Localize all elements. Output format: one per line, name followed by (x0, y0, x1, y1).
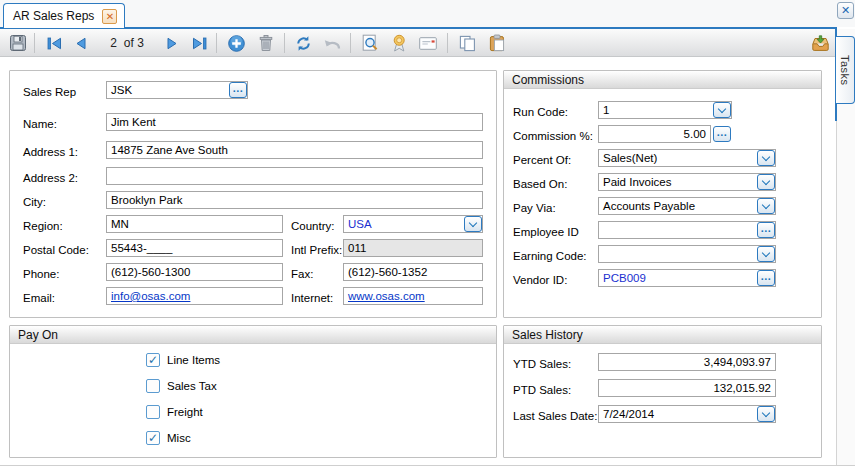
vendor-id-lookup-button[interactable]: ... (757, 270, 775, 286)
last-sales-date-dropdown-button[interactable] (757, 406, 775, 422)
inbox-import-icon (811, 35, 830, 52)
undo-icon (323, 36, 341, 51)
email-value[interactable]: info@osas.com (107, 288, 282, 304)
region-field[interactable]: MN (106, 215, 283, 233)
last-sales-date-value: 7/24/2014 (599, 406, 775, 422)
percent-of-value: Sales(Net) (599, 150, 775, 166)
add-icon (227, 34, 246, 53)
commission-pct-field[interactable]: 5.00 (598, 125, 711, 143)
preview-button[interactable] (358, 32, 382, 54)
run-code-label: Run Code: (513, 103, 568, 121)
line-items-checkbox[interactable]: ✓ (146, 353, 160, 367)
percent-of-dropdown-button[interactable] (757, 150, 775, 166)
vendor-id-field[interactable]: PCB009 ... (598, 269, 776, 287)
misc-checkbox[interactable]: ✓ (146, 431, 160, 445)
ptd-sales-value: 132,015.92 (599, 380, 775, 396)
refresh-button[interactable] (291, 32, 315, 54)
ptd-sales-label: PTD Sales: (513, 381, 571, 399)
sales-history-header: Sales History (504, 326, 821, 344)
delete-record-button[interactable] (254, 32, 278, 54)
percent-of-label: Percent Of: (513, 151, 571, 169)
commission-pct-label: Commission %: (513, 127, 593, 145)
trash-icon (258, 34, 274, 52)
city-field[interactable]: Brooklyn Park (106, 191, 483, 209)
earning-code-combobox[interactable] (598, 245, 776, 263)
employee-id-field[interactable]: ... (598, 221, 776, 239)
envelope-icon (419, 37, 437, 50)
employee-id-lookup-button[interactable]: ... (757, 222, 775, 238)
commission-pct-value: 5.00 (599, 126, 710, 142)
sales-rep-lookup-button[interactable]: ... (229, 82, 247, 98)
document-search-icon (362, 34, 378, 52)
internet-field[interactable]: www.osas.com (343, 287, 483, 305)
earning-code-dropdown-button[interactable] (757, 246, 775, 262)
last-record-icon (191, 36, 208, 51)
percent-of-combobox[interactable]: Sales(Net) (598, 149, 776, 167)
pay-via-dropdown-button[interactable] (757, 198, 775, 214)
commission-pct-lookup-button[interactable]: ... (713, 126, 731, 142)
previous-record-icon (73, 36, 88, 51)
sales-rep-field[interactable]: JSK ... (106, 81, 248, 99)
address1-field[interactable]: 14875 Zane Ave South (106, 141, 483, 159)
country-label: Country: (291, 217, 334, 235)
employee-id-value (599, 222, 775, 223)
freight-label: Freight (167, 406, 203, 418)
country-dropdown-button[interactable] (464, 216, 482, 232)
add-record-button[interactable] (224, 32, 248, 54)
commissions-header: Commissions (504, 71, 821, 89)
save-button[interactable] (6, 32, 30, 54)
previous-record-button[interactable] (68, 32, 92, 54)
toolbar-separator (34, 33, 35, 53)
last-sales-date-combobox[interactable]: 7/24/2014 (598, 405, 776, 423)
misc-row: ✓ Misc (146, 431, 191, 445)
strip-divider (836, 121, 837, 466)
based-on-dropdown-button[interactable] (757, 174, 775, 190)
based-on-combobox[interactable]: Paid Invoices (598, 173, 776, 191)
tab-close-icon[interactable]: ✕ (102, 9, 117, 24)
address2-field[interactable] (106, 167, 483, 185)
internet-value[interactable]: www.osas.com (344, 288, 482, 304)
ytd-sales-field[interactable]: 3,494,093.97 (598, 353, 776, 371)
country-value: USA (344, 216, 482, 232)
email-button[interactable] (416, 32, 440, 54)
fax-field[interactable]: (612)-560-1352 (343, 263, 483, 281)
name-field[interactable]: Jim Kent (106, 113, 483, 131)
window-close-button[interactable]: ✕ (837, 2, 854, 19)
intl-prefix-field: 011 (343, 239, 483, 257)
app-window: AR Sales Reps ✕ ✕ 2 (0, 0, 855, 466)
pay-via-combobox[interactable]: Accounts Payable (598, 197, 776, 215)
next-record-button[interactable] (160, 32, 184, 54)
record-total: of 3 (124, 36, 144, 50)
approval-seal-button[interactable] (387, 32, 411, 54)
save-icon (9, 34, 27, 52)
tasks-tab-label: Tasks (839, 55, 851, 86)
freight-checkbox[interactable]: ✓ (146, 405, 160, 419)
postal-code-field[interactable]: 55443-____ (106, 239, 283, 257)
tab-ar-sales-reps[interactable]: AR Sales Reps ✕ (3, 3, 125, 28)
run-code-dropdown-button[interactable] (713, 102, 731, 118)
phone-field[interactable]: (612)-560-1300 (106, 263, 283, 281)
toolbar: 2 of 3 (0, 29, 837, 57)
seal-ribbon-icon (392, 34, 407, 52)
chevron-down-icon (469, 218, 477, 226)
tasks-tab[interactable]: Tasks (836, 36, 855, 104)
commissions-groupbox: Commissions Run Code: 1 Commission %: 5.… (503, 70, 822, 318)
first-record-button[interactable] (42, 32, 66, 54)
copy-button[interactable] (455, 32, 479, 54)
fax-value: (612)-560-1352 (344, 264, 482, 280)
postal-code-label: Postal Code: (23, 241, 89, 259)
sales-tax-checkbox[interactable]: ✓ (146, 379, 160, 393)
run-code-combobox[interactable]: 1 (598, 101, 732, 119)
email-field[interactable]: info@osas.com (106, 287, 283, 305)
paste-button[interactable] (485, 32, 509, 54)
ptd-sales-field[interactable]: 132,015.92 (598, 379, 776, 397)
last-record-button[interactable] (187, 32, 211, 54)
sales-tax-label: Sales Tax (167, 380, 217, 392)
country-combobox[interactable]: USA (343, 215, 483, 233)
city-value: Brooklyn Park (107, 192, 482, 208)
undo-button[interactable] (320, 32, 344, 54)
next-record-icon (165, 36, 180, 51)
line-items-label: Line Items (167, 354, 220, 366)
checkin-import-button[interactable] (808, 32, 832, 54)
ellipsis-icon: ... (761, 272, 772, 280)
